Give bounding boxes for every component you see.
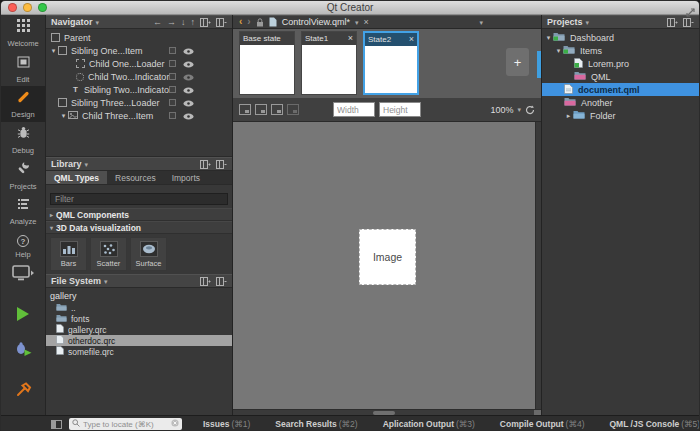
expand-arrow-icon[interactable]: ▾ — [544, 34, 553, 42]
library-item-scatter[interactable]: Scatter — [90, 237, 127, 271]
sidebar-toggle-icon[interactable] — [51, 420, 62, 429]
tab-resources[interactable]: Resources — [107, 171, 164, 184]
chevron-down-icon[interactable]: ▾ — [586, 19, 590, 26]
filesystem-root[interactable]: gallery — [46, 290, 232, 302]
expand-arrow-icon[interactable]: ▾ — [554, 47, 563, 55]
collapse-arrow-icon[interactable]: ▸ — [564, 112, 573, 120]
mode-design[interactable]: Design — [1, 86, 46, 122]
navigator-item-child-two[interactable]: Child Two...Indicator — [49, 70, 232, 83]
resize-icon[interactable] — [686, 3, 695, 21]
library-filter-input[interactable] — [50, 193, 228, 205]
filesystem-item-gallery-qrc[interactable]: gallery.qrc — [46, 324, 232, 335]
project-item-qml-folder[interactable]: QML — [542, 70, 699, 83]
refresh-icon[interactable] — [525, 101, 535, 119]
states-scrollbar[interactable] — [537, 51, 541, 78]
debug-run-button[interactable] — [15, 342, 32, 360]
kit-selector-button[interactable] — [12, 265, 34, 286]
visibility-eye-icon[interactable] — [183, 47, 194, 54]
export-checkbox[interactable] — [169, 112, 176, 119]
form-editor-canvas[interactable]: Image — [233, 122, 535, 409]
section-qml-components[interactable]: ▸ QML Components — [46, 208, 232, 221]
navigator-title[interactable]: Navigator — [51, 17, 93, 27]
close-document-icon[interactable]: × — [364, 18, 369, 27]
filesystem-item-somefile-qrc[interactable]: somefile.qrc — [46, 346, 232, 357]
show-bounding-rects-icon[interactable] — [287, 104, 299, 115]
filesystem-title[interactable]: File System — [51, 276, 101, 286]
mode-debug[interactable]: Debug — [1, 122, 46, 158]
clear-icon[interactable] — [171, 419, 179, 429]
no-snapping-icon[interactable] — [239, 104, 251, 115]
zoom-dropdown-icon[interactable]: ▾ — [517, 106, 521, 113]
visibility-eye-icon[interactable] — [183, 73, 194, 80]
state-base[interactable]: Base state — [239, 31, 295, 95]
projects-title[interactable]: Projects — [547, 17, 583, 27]
image-item[interactable]: Image — [359, 229, 416, 285]
tab-imports[interactable]: Imports — [164, 171, 208, 184]
locator-field[interactable] — [69, 418, 182, 430]
project-item-another[interactable]: Another — [542, 96, 699, 109]
navigator-item-sibling-two[interactable]: T Sibling Two...Indicator — [49, 83, 232, 96]
export-checkbox[interactable] — [169, 60, 176, 67]
visibility-eye-icon[interactable] — [183, 60, 194, 67]
project-item-items[interactable]: ▾ Items — [542, 44, 699, 57]
state-state1[interactable]: State1× — [301, 31, 357, 95]
zoom-level[interactable]: 100% — [490, 105, 513, 115]
chevron-down-icon[interactable]: ▾ — [104, 278, 108, 285]
split-panel-icon[interactable] — [200, 272, 211, 290]
export-checkbox[interactable] — [169, 86, 176, 93]
library-item-surface[interactable]: Surface — [130, 237, 167, 271]
close-panel-icon[interactable] — [216, 272, 227, 290]
navigator-item-child-three[interactable]: ▾ Child Three...Item — [49, 109, 232, 122]
move-down-icon[interactable]: ↓ — [181, 17, 186, 27]
move-up-icon[interactable]: ↑ — [191, 17, 196, 27]
visibility-eye-icon[interactable] — [183, 99, 194, 106]
export-checkbox[interactable] — [169, 73, 176, 80]
locator-input[interactable] — [83, 420, 168, 429]
root-width-input[interactable] — [333, 102, 375, 117]
snapping-anchoring-icon[interactable] — [255, 104, 267, 115]
chevron-down-icon[interactable]: ▾ — [96, 19, 100, 26]
project-item-lorem-pro[interactable]: Lorem.pro — [542, 57, 699, 70]
filesystem-item-otherdoc-qrc[interactable]: otherdoc.qrc — [46, 335, 232, 346]
state-state2[interactable]: State2× — [363, 31, 419, 95]
project-item-dashboard[interactable]: ▾ Dashboard — [542, 31, 699, 44]
library-item-bars[interactable]: Bars — [50, 237, 87, 271]
export-checkbox[interactable] — [169, 47, 176, 54]
forward-icon[interactable]: › — [247, 17, 250, 27]
expand-arrow-icon[interactable]: ▾ — [59, 112, 68, 120]
pane-search-results[interactable]: Search Results(⌘2) — [275, 419, 357, 429]
add-state-button[interactable]: + — [506, 48, 529, 76]
move-left-icon[interactable]: ← — [153, 17, 162, 27]
editor-split-dropdown-icon[interactable]: ▾ — [479, 19, 483, 26]
snapping-icon[interactable] — [271, 104, 283, 115]
project-item-folder[interactable]: ▸ Folder — [542, 109, 699, 122]
mode-projects[interactable]: Projects — [1, 158, 46, 194]
expand-arrow-icon[interactable]: ▾ — [49, 47, 58, 55]
section-3d-data-visualization[interactable]: ▾ 3D Data visualization — [46, 221, 232, 234]
mode-welcome[interactable]: Welcome — [1, 15, 46, 51]
filesystem-item-fonts[interactable]: fonts — [46, 313, 232, 324]
open-document-name[interactable]: ControlView.qml* — [282, 17, 350, 27]
close-state-icon[interactable]: × — [409, 35, 414, 44]
mode-edit[interactable]: Edit — [1, 51, 46, 87]
project-item-document-qml[interactable]: document.qml — [542, 83, 699, 96]
visibility-eye-icon[interactable] — [183, 86, 194, 93]
navigator-item-child-one[interactable]: Child One...Loader — [49, 57, 232, 70]
move-right-icon[interactable]: → — [167, 17, 176, 27]
pane-issues[interactable]: Issues(⌘1) — [203, 419, 250, 429]
root-height-input[interactable] — [379, 102, 421, 117]
library-title[interactable]: Library — [51, 159, 82, 169]
export-checkbox[interactable] — [169, 99, 176, 106]
navigator-item-sibling-one[interactable]: ▾ Sibling One...Item — [49, 44, 232, 57]
canvas-horizontal-scrollbar[interactable] — [233, 410, 534, 415]
document-dropdown-icon[interactable]: ▾ — [355, 19, 359, 26]
navigator-item-sibling-three[interactable]: Sibling Three...Loader — [49, 96, 232, 109]
mode-analyze[interactable]: Analyze — [1, 194, 46, 230]
chevron-down-icon[interactable]: ▾ — [85, 161, 89, 168]
filesystem-item-up[interactable]: .. — [46, 302, 232, 313]
back-icon[interactable]: ‹ — [239, 17, 242, 27]
pane-compile-output[interactable]: Compile Output(⌘4) — [500, 419, 585, 429]
mode-help[interactable]: ? Help — [1, 229, 46, 265]
pane-application-output[interactable]: Aplication Output(⌘3) — [383, 419, 475, 429]
navigator-item-parent[interactable]: Parent — [49, 31, 232, 44]
